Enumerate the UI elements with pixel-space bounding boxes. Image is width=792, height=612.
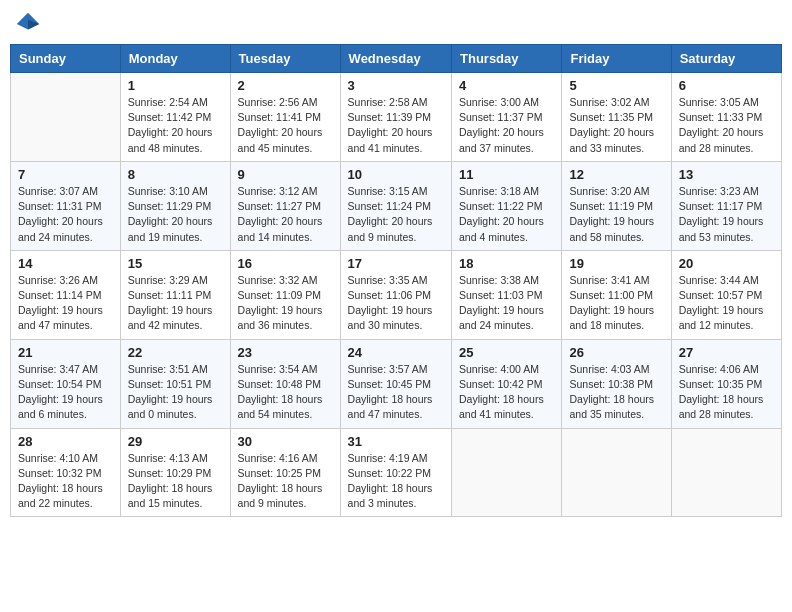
day-info: Sunrise: 4:13 AM Sunset: 10:29 PM Daylig… <box>128 451 223 512</box>
day-info: Sunrise: 4:19 AM Sunset: 10:22 PM Daylig… <box>348 451 444 512</box>
calendar-week-row: 21Sunrise: 3:47 AM Sunset: 10:54 PM Dayl… <box>11 339 782 428</box>
calendar-cell: 5Sunrise: 3:02 AM Sunset: 11:35 PM Dayli… <box>562 73 671 162</box>
day-number: 14 <box>18 256 113 271</box>
weekday-header-cell: Sunday <box>11 45 121 73</box>
day-number: 11 <box>459 167 554 182</box>
day-number: 3 <box>348 78 444 93</box>
day-number: 26 <box>569 345 663 360</box>
day-info: Sunrise: 4:16 AM Sunset: 10:25 PM Daylig… <box>238 451 333 512</box>
calendar-cell: 3Sunrise: 2:58 AM Sunset: 11:39 PM Dayli… <box>340 73 451 162</box>
calendar-week-row: 28Sunrise: 4:10 AM Sunset: 10:32 PM Dayl… <box>11 428 782 517</box>
day-info: Sunrise: 3:23 AM Sunset: 11:17 PM Daylig… <box>679 184 774 245</box>
day-number: 23 <box>238 345 333 360</box>
day-number: 31 <box>348 434 444 449</box>
calendar-cell: 10Sunrise: 3:15 AM Sunset: 11:24 PM Dayl… <box>340 161 451 250</box>
calendar-cell: 16Sunrise: 3:32 AM Sunset: 11:09 PM Dayl… <box>230 250 340 339</box>
calendar-cell: 28Sunrise: 4:10 AM Sunset: 10:32 PM Dayl… <box>11 428 121 517</box>
day-info: Sunrise: 3:20 AM Sunset: 11:19 PM Daylig… <box>569 184 663 245</box>
day-number: 28 <box>18 434 113 449</box>
calendar-cell: 4Sunrise: 3:00 AM Sunset: 11:37 PM Dayli… <box>452 73 562 162</box>
page-header <box>10 10 782 38</box>
calendar-cell: 31Sunrise: 4:19 AM Sunset: 10:22 PM Dayl… <box>340 428 451 517</box>
day-info: Sunrise: 2:54 AM Sunset: 11:42 PM Daylig… <box>128 95 223 156</box>
calendar-cell: 23Sunrise: 3:54 AM Sunset: 10:48 PM Dayl… <box>230 339 340 428</box>
day-info: Sunrise: 3:05 AM Sunset: 11:33 PM Daylig… <box>679 95 774 156</box>
day-info: Sunrise: 2:58 AM Sunset: 11:39 PM Daylig… <box>348 95 444 156</box>
day-info: Sunrise: 3:41 AM Sunset: 11:00 PM Daylig… <box>569 273 663 334</box>
calendar-cell: 24Sunrise: 3:57 AM Sunset: 10:45 PM Dayl… <box>340 339 451 428</box>
day-number: 12 <box>569 167 663 182</box>
day-number: 10 <box>348 167 444 182</box>
day-info: Sunrise: 3:18 AM Sunset: 11:22 PM Daylig… <box>459 184 554 245</box>
calendar-cell: 12Sunrise: 3:20 AM Sunset: 11:19 PM Dayl… <box>562 161 671 250</box>
calendar-cell: 6Sunrise: 3:05 AM Sunset: 11:33 PM Dayli… <box>671 73 781 162</box>
calendar-cell <box>562 428 671 517</box>
day-number: 9 <box>238 167 333 182</box>
weekday-header-cell: Wednesday <box>340 45 451 73</box>
calendar-cell: 7Sunrise: 3:07 AM Sunset: 11:31 PM Dayli… <box>11 161 121 250</box>
day-info: Sunrise: 3:47 AM Sunset: 10:54 PM Daylig… <box>18 362 113 423</box>
day-number: 16 <box>238 256 333 271</box>
day-number: 30 <box>238 434 333 449</box>
calendar-week-row: 1Sunrise: 2:54 AM Sunset: 11:42 PM Dayli… <box>11 73 782 162</box>
day-info: Sunrise: 3:51 AM Sunset: 10:51 PM Daylig… <box>128 362 223 423</box>
day-info: Sunrise: 3:29 AM Sunset: 11:11 PM Daylig… <box>128 273 223 334</box>
calendar-cell: 21Sunrise: 3:47 AM Sunset: 10:54 PM Dayl… <box>11 339 121 428</box>
calendar-cell: 1Sunrise: 2:54 AM Sunset: 11:42 PM Dayli… <box>120 73 230 162</box>
day-info: Sunrise: 3:10 AM Sunset: 11:29 PM Daylig… <box>128 184 223 245</box>
day-number: 1 <box>128 78 223 93</box>
calendar-cell: 20Sunrise: 3:44 AM Sunset: 10:57 PM Dayl… <box>671 250 781 339</box>
day-info: Sunrise: 3:00 AM Sunset: 11:37 PM Daylig… <box>459 95 554 156</box>
logo-icon <box>14 10 42 38</box>
day-number: 4 <box>459 78 554 93</box>
calendar-cell: 26Sunrise: 4:03 AM Sunset: 10:38 PM Dayl… <box>562 339 671 428</box>
calendar-cell: 8Sunrise: 3:10 AM Sunset: 11:29 PM Dayli… <box>120 161 230 250</box>
day-info: Sunrise: 3:38 AM Sunset: 11:03 PM Daylig… <box>459 273 554 334</box>
calendar-cell: 17Sunrise: 3:35 AM Sunset: 11:06 PM Dayl… <box>340 250 451 339</box>
day-number: 17 <box>348 256 444 271</box>
day-number: 24 <box>348 345 444 360</box>
weekday-header-cell: Thursday <box>452 45 562 73</box>
day-number: 27 <box>679 345 774 360</box>
day-info: Sunrise: 3:12 AM Sunset: 11:27 PM Daylig… <box>238 184 333 245</box>
calendar-cell: 27Sunrise: 4:06 AM Sunset: 10:35 PM Dayl… <box>671 339 781 428</box>
day-info: Sunrise: 3:32 AM Sunset: 11:09 PM Daylig… <box>238 273 333 334</box>
day-number: 13 <box>679 167 774 182</box>
day-info: Sunrise: 3:57 AM Sunset: 10:45 PM Daylig… <box>348 362 444 423</box>
calendar-cell: 15Sunrise: 3:29 AM Sunset: 11:11 PM Dayl… <box>120 250 230 339</box>
day-number: 20 <box>679 256 774 271</box>
day-number: 8 <box>128 167 223 182</box>
weekday-header-row: SundayMondayTuesdayWednesdayThursdayFrid… <box>11 45 782 73</box>
day-info: Sunrise: 2:56 AM Sunset: 11:41 PM Daylig… <box>238 95 333 156</box>
weekday-header-cell: Saturday <box>671 45 781 73</box>
calendar-cell: 30Sunrise: 4:16 AM Sunset: 10:25 PM Dayl… <box>230 428 340 517</box>
calendar-cell: 25Sunrise: 4:00 AM Sunset: 10:42 PM Dayl… <box>452 339 562 428</box>
calendar-cell: 11Sunrise: 3:18 AM Sunset: 11:22 PM Dayl… <box>452 161 562 250</box>
logo <box>14 10 46 38</box>
weekday-header-cell: Tuesday <box>230 45 340 73</box>
day-info: Sunrise: 4:00 AM Sunset: 10:42 PM Daylig… <box>459 362 554 423</box>
day-info: Sunrise: 4:03 AM Sunset: 10:38 PM Daylig… <box>569 362 663 423</box>
day-number: 5 <box>569 78 663 93</box>
calendar-cell: 14Sunrise: 3:26 AM Sunset: 11:14 PM Dayl… <box>11 250 121 339</box>
day-number: 18 <box>459 256 554 271</box>
day-number: 22 <box>128 345 223 360</box>
calendar-cell <box>11 73 121 162</box>
calendar-body: 1Sunrise: 2:54 AM Sunset: 11:42 PM Dayli… <box>11 73 782 517</box>
day-info: Sunrise: 3:02 AM Sunset: 11:35 PM Daylig… <box>569 95 663 156</box>
calendar-cell: 22Sunrise: 3:51 AM Sunset: 10:51 PM Dayl… <box>120 339 230 428</box>
day-info: Sunrise: 3:15 AM Sunset: 11:24 PM Daylig… <box>348 184 444 245</box>
calendar-cell: 9Sunrise: 3:12 AM Sunset: 11:27 PM Dayli… <box>230 161 340 250</box>
day-info: Sunrise: 3:07 AM Sunset: 11:31 PM Daylig… <box>18 184 113 245</box>
calendar-cell: 2Sunrise: 2:56 AM Sunset: 11:41 PM Dayli… <box>230 73 340 162</box>
calendar-cell: 29Sunrise: 4:13 AM Sunset: 10:29 PM Dayl… <box>120 428 230 517</box>
calendar-cell <box>452 428 562 517</box>
day-info: Sunrise: 3:54 AM Sunset: 10:48 PM Daylig… <box>238 362 333 423</box>
day-info: Sunrise: 4:10 AM Sunset: 10:32 PM Daylig… <box>18 451 113 512</box>
day-number: 2 <box>238 78 333 93</box>
weekday-header-cell: Monday <box>120 45 230 73</box>
day-number: 29 <box>128 434 223 449</box>
calendar-cell: 19Sunrise: 3:41 AM Sunset: 11:00 PM Dayl… <box>562 250 671 339</box>
day-number: 6 <box>679 78 774 93</box>
calendar-week-row: 14Sunrise: 3:26 AM Sunset: 11:14 PM Dayl… <box>11 250 782 339</box>
